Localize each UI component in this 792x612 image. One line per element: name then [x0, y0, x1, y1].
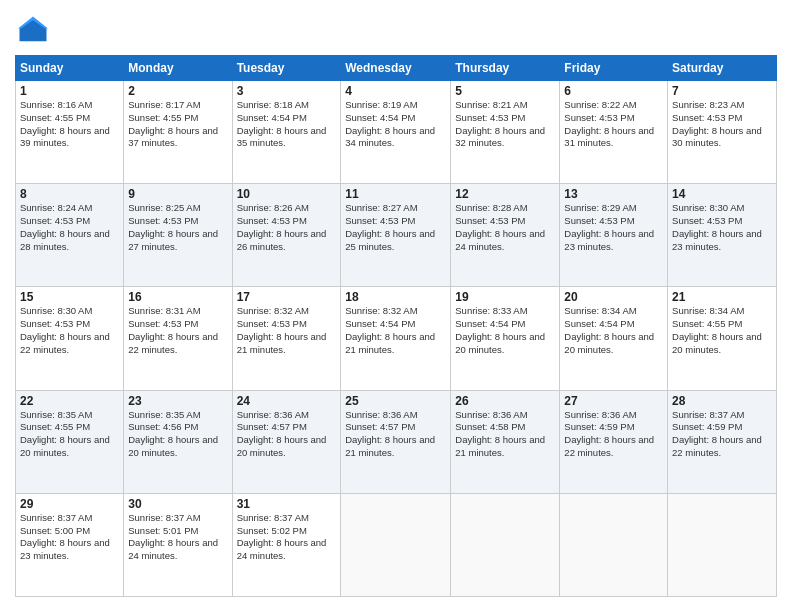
day-number: 7 [672, 84, 772, 98]
day-info: Sunrise: 8:17 AMSunset: 4:55 PMDaylight:… [128, 99, 227, 150]
day-info: Sunrise: 8:22 AMSunset: 4:53 PMDaylight:… [564, 99, 663, 150]
day-number: 21 [672, 290, 772, 304]
day-number: 23 [128, 394, 227, 408]
day-info: Sunrise: 8:36 AMSunset: 4:58 PMDaylight:… [455, 409, 555, 460]
svg-marker-0 [20, 19, 47, 42]
day-number: 31 [237, 497, 337, 511]
day-number: 11 [345, 187, 446, 201]
day-number: 15 [20, 290, 119, 304]
day-header-tuesday: Tuesday [232, 56, 341, 81]
calendar-cell: 29Sunrise: 8:37 AMSunset: 5:00 PMDayligh… [16, 493, 124, 596]
day-number: 26 [455, 394, 555, 408]
day-number: 8 [20, 187, 119, 201]
day-info: Sunrise: 8:24 AMSunset: 4:53 PMDaylight:… [20, 202, 119, 253]
day-number: 9 [128, 187, 227, 201]
day-header-wednesday: Wednesday [341, 56, 451, 81]
calendar-cell: 19Sunrise: 8:33 AMSunset: 4:54 PMDayligh… [451, 287, 560, 390]
calendar-cell: 4Sunrise: 8:19 AMSunset: 4:54 PMDaylight… [341, 81, 451, 184]
day-number: 30 [128, 497, 227, 511]
calendar-cell: 18Sunrise: 8:32 AMSunset: 4:54 PMDayligh… [341, 287, 451, 390]
calendar-cell: 23Sunrise: 8:35 AMSunset: 4:56 PMDayligh… [124, 390, 232, 493]
calendar-cell [451, 493, 560, 596]
day-number: 29 [20, 497, 119, 511]
calendar-cell: 7Sunrise: 8:23 AMSunset: 4:53 PMDaylight… [668, 81, 777, 184]
day-info: Sunrise: 8:36 AMSunset: 4:59 PMDaylight:… [564, 409, 663, 460]
day-info: Sunrise: 8:34 AMSunset: 4:54 PMDaylight:… [564, 305, 663, 356]
day-number: 19 [455, 290, 555, 304]
calendar-cell: 14Sunrise: 8:30 AMSunset: 4:53 PMDayligh… [668, 184, 777, 287]
day-number: 5 [455, 84, 555, 98]
day-header-saturday: Saturday [668, 56, 777, 81]
calendar-week-5: 29Sunrise: 8:37 AMSunset: 5:00 PMDayligh… [16, 493, 777, 596]
calendar-cell: 22Sunrise: 8:35 AMSunset: 4:55 PMDayligh… [16, 390, 124, 493]
calendar-week-1: 1Sunrise: 8:16 AMSunset: 4:55 PMDaylight… [16, 81, 777, 184]
day-info: Sunrise: 8:37 AMSunset: 5:01 PMDaylight:… [128, 512, 227, 563]
calendar-cell: 6Sunrise: 8:22 AMSunset: 4:53 PMDaylight… [560, 81, 668, 184]
calendar-cell: 31Sunrise: 8:37 AMSunset: 5:02 PMDayligh… [232, 493, 341, 596]
day-number: 18 [345, 290, 446, 304]
day-info: Sunrise: 8:26 AMSunset: 4:53 PMDaylight:… [237, 202, 337, 253]
calendar-week-3: 15Sunrise: 8:30 AMSunset: 4:53 PMDayligh… [16, 287, 777, 390]
calendar-cell: 17Sunrise: 8:32 AMSunset: 4:53 PMDayligh… [232, 287, 341, 390]
day-number: 13 [564, 187, 663, 201]
day-info: Sunrise: 8:23 AMSunset: 4:53 PMDaylight:… [672, 99, 772, 150]
day-info: Sunrise: 8:37 AMSunset: 4:59 PMDaylight:… [672, 409, 772, 460]
calendar-cell: 25Sunrise: 8:36 AMSunset: 4:57 PMDayligh… [341, 390, 451, 493]
day-number: 17 [237, 290, 337, 304]
day-number: 27 [564, 394, 663, 408]
day-info: Sunrise: 8:18 AMSunset: 4:54 PMDaylight:… [237, 99, 337, 150]
calendar-cell: 30Sunrise: 8:37 AMSunset: 5:01 PMDayligh… [124, 493, 232, 596]
day-header-thursday: Thursday [451, 56, 560, 81]
day-info: Sunrise: 8:31 AMSunset: 4:53 PMDaylight:… [128, 305, 227, 356]
day-info: Sunrise: 8:32 AMSunset: 4:53 PMDaylight:… [237, 305, 337, 356]
calendar-cell: 12Sunrise: 8:28 AMSunset: 4:53 PMDayligh… [451, 184, 560, 287]
page-header [15, 15, 777, 45]
calendar-cell: 1Sunrise: 8:16 AMSunset: 4:55 PMDaylight… [16, 81, 124, 184]
calendar-cell: 26Sunrise: 8:36 AMSunset: 4:58 PMDayligh… [451, 390, 560, 493]
calendar-table: SundayMondayTuesdayWednesdayThursdayFrid… [15, 55, 777, 597]
day-number: 1 [20, 84, 119, 98]
day-number: 12 [455, 187, 555, 201]
day-info: Sunrise: 8:16 AMSunset: 4:55 PMDaylight:… [20, 99, 119, 150]
day-info: Sunrise: 8:36 AMSunset: 4:57 PMDaylight:… [345, 409, 446, 460]
calendar-cell: 20Sunrise: 8:34 AMSunset: 4:54 PMDayligh… [560, 287, 668, 390]
day-number: 25 [345, 394, 446, 408]
calendar-cell [341, 493, 451, 596]
calendar-cell: 8Sunrise: 8:24 AMSunset: 4:53 PMDaylight… [16, 184, 124, 287]
day-number: 6 [564, 84, 663, 98]
calendar-cell: 21Sunrise: 8:34 AMSunset: 4:55 PMDayligh… [668, 287, 777, 390]
day-info: Sunrise: 8:29 AMSunset: 4:53 PMDaylight:… [564, 202, 663, 253]
day-number: 28 [672, 394, 772, 408]
calendar-cell [668, 493, 777, 596]
day-header-sunday: Sunday [16, 56, 124, 81]
calendar-cell: 16Sunrise: 8:31 AMSunset: 4:53 PMDayligh… [124, 287, 232, 390]
calendar-header-row: SundayMondayTuesdayWednesdayThursdayFrid… [16, 56, 777, 81]
day-info: Sunrise: 8:37 AMSunset: 5:00 PMDaylight:… [20, 512, 119, 563]
day-number: 16 [128, 290, 227, 304]
day-info: Sunrise: 8:30 AMSunset: 4:53 PMDaylight:… [672, 202, 772, 253]
day-number: 20 [564, 290, 663, 304]
day-info: Sunrise: 8:27 AMSunset: 4:53 PMDaylight:… [345, 202, 446, 253]
day-info: Sunrise: 8:34 AMSunset: 4:55 PMDaylight:… [672, 305, 772, 356]
calendar-cell: 13Sunrise: 8:29 AMSunset: 4:53 PMDayligh… [560, 184, 668, 287]
day-info: Sunrise: 8:33 AMSunset: 4:54 PMDaylight:… [455, 305, 555, 356]
day-info: Sunrise: 8:30 AMSunset: 4:53 PMDaylight:… [20, 305, 119, 356]
day-number: 14 [672, 187, 772, 201]
calendar-cell: 15Sunrise: 8:30 AMSunset: 4:53 PMDayligh… [16, 287, 124, 390]
calendar-cell: 3Sunrise: 8:18 AMSunset: 4:54 PMDaylight… [232, 81, 341, 184]
day-number: 4 [345, 84, 446, 98]
calendar-cell: 27Sunrise: 8:36 AMSunset: 4:59 PMDayligh… [560, 390, 668, 493]
day-info: Sunrise: 8:37 AMSunset: 5:02 PMDaylight:… [237, 512, 337, 563]
day-info: Sunrise: 8:35 AMSunset: 4:56 PMDaylight:… [128, 409, 227, 460]
calendar-week-4: 22Sunrise: 8:35 AMSunset: 4:55 PMDayligh… [16, 390, 777, 493]
calendar-cell: 10Sunrise: 8:26 AMSunset: 4:53 PMDayligh… [232, 184, 341, 287]
logo [15, 15, 48, 45]
day-number: 3 [237, 84, 337, 98]
day-header-friday: Friday [560, 56, 668, 81]
calendar-cell: 24Sunrise: 8:36 AMSunset: 4:57 PMDayligh… [232, 390, 341, 493]
day-number: 2 [128, 84, 227, 98]
day-info: Sunrise: 8:35 AMSunset: 4:55 PMDaylight:… [20, 409, 119, 460]
day-info: Sunrise: 8:25 AMSunset: 4:53 PMDaylight:… [128, 202, 227, 253]
calendar-cell [560, 493, 668, 596]
day-number: 22 [20, 394, 119, 408]
